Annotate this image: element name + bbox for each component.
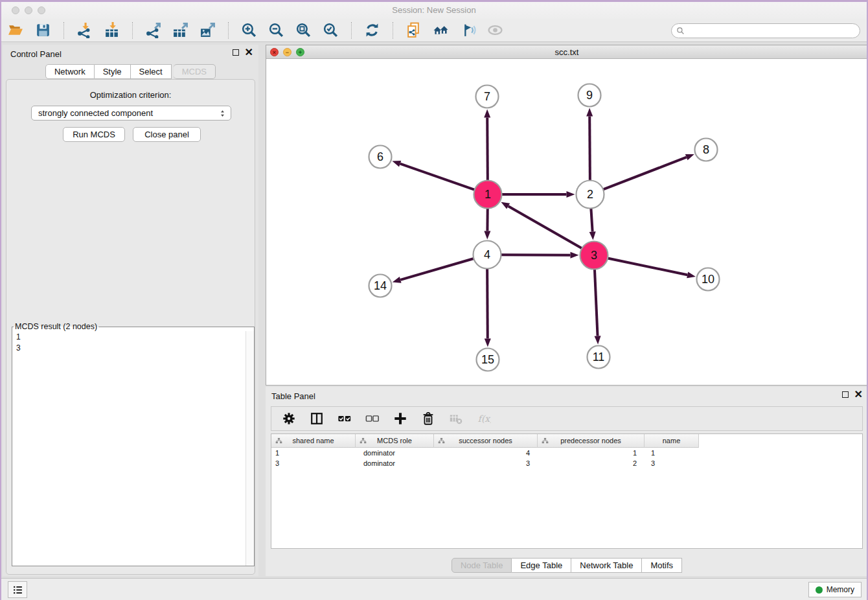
import-table-icon[interactable]	[102, 21, 121, 40]
tab-network-table[interactable]: Network Table	[571, 558, 642, 573]
column-header-shared-name[interactable]: shared name	[271, 434, 356, 448]
arrowhead-2-9	[586, 108, 593, 116]
cell[interactable]: 2	[538, 458, 645, 468]
zoom-out-icon[interactable]	[267, 21, 286, 40]
edge-3-11[interactable]	[595, 269, 598, 336]
edge-3-10[interactable]	[608, 258, 687, 275]
mcds-result-legend: MCDS result (2 nodes)	[14, 322, 98, 331]
arrowhead-3-10	[687, 271, 696, 278]
edge-1-7[interactable]	[487, 117, 488, 180]
zoom-selected-icon[interactable]	[321, 21, 340, 40]
node-label-9: 9	[586, 89, 593, 102]
trash-icon[interactable]	[418, 410, 437, 428]
table-toolbar	[271, 406, 863, 431]
cell[interactable]: dominator	[356, 458, 434, 468]
houses-icon[interactable]	[431, 21, 450, 40]
eye-icon	[486, 21, 505, 40]
table-row[interactable]: 3dominator323	[271, 458, 862, 468]
refresh-icon[interactable]	[363, 21, 382, 40]
tree-icon	[438, 437, 445, 444]
export-image-icon[interactable]	[198, 21, 217, 40]
cell[interactable]: 3	[271, 458, 356, 468]
edge-2-8[interactable]	[603, 157, 687, 190]
zoom-fit-icon[interactable]	[294, 21, 313, 40]
table-panel: Table Panel ✕ shared nameMCDS rolesucces…	[266, 387, 868, 576]
memory-status-dot	[816, 586, 823, 594]
search-input[interactable]	[685, 25, 860, 37]
column-header-predecessor-nodes[interactable]: predecessor nodes	[538, 434, 645, 448]
cell[interactable]: 1	[538, 448, 645, 458]
node-label-4: 4	[484, 248, 490, 261]
cell[interactable]: 4	[434, 448, 538, 458]
table-panel-title: Table Panel	[271, 391, 315, 401]
arrowhead-3-1	[501, 202, 510, 209]
cell[interactable]: 3	[434, 458, 538, 468]
column-header-MCDS-role[interactable]: MCDS role	[356, 434, 434, 448]
tab-mcds[interactable]: MCDS	[174, 64, 216, 79]
plus-icon[interactable]	[391, 410, 409, 428]
criterion-select[interactable]: strongly connected component	[31, 106, 231, 121]
export-table-icon[interactable]	[171, 21, 190, 40]
checked-boxes-icon[interactable]	[335, 410, 354, 428]
close-panel-button[interactable]: Close panel	[133, 127, 201, 142]
arrowhead-3-11	[595, 336, 601, 344]
zoom-in-icon[interactable]	[240, 21, 258, 40]
task-history-button[interactable]	[8, 581, 27, 598]
column-header-name[interactable]: name	[645, 434, 699, 448]
tab-network[interactable]: Network	[45, 64, 95, 79]
search-box	[671, 23, 860, 38]
gear-icon[interactable]	[279, 410, 298, 428]
node-label-7: 7	[484, 90, 490, 103]
network-canvas[interactable]: 7968124314101511	[266, 59, 867, 385]
edge-4-15[interactable]	[487, 268, 488, 338]
node-label-2: 2	[587, 188, 593, 201]
criterion-value: strongly connected component	[38, 108, 153, 118]
flag-icon[interactable]	[459, 21, 477, 40]
tab-node-table[interactable]: Node Table	[451, 558, 512, 573]
column-header-successor-nodes[interactable]: successor nodes	[434, 434, 538, 448]
float-panel-icon[interactable]	[233, 49, 239, 56]
control-panel-tabs: NetworkStyleSelectMCDS	[3, 64, 258, 79]
float-table-panel-icon[interactable]	[842, 391, 849, 398]
toolbar-separator	[132, 22, 133, 39]
edge-2-3[interactable]	[591, 208, 592, 231]
table-header-row: shared nameMCDS rolesuccessor nodesprede…	[271, 434, 862, 448]
result-scrollbar[interactable]	[246, 331, 254, 566]
table-row[interactable]: 1dominator411	[271, 448, 862, 458]
run-mcds-button[interactable]: Run MCDS	[63, 127, 125, 142]
window-title: Session: New Session	[1, 5, 867, 15]
tab-style[interactable]: Style	[95, 64, 131, 79]
edge-3-1[interactable]	[508, 206, 582, 248]
edge-4-3[interactable]	[501, 255, 570, 255]
close-table-panel-icon[interactable]: ✕	[854, 391, 863, 398]
cell[interactable]: 3	[645, 458, 699, 468]
cell[interactable]: 1	[271, 448, 356, 458]
folder-open-icon[interactable]	[6, 21, 25, 40]
cell[interactable]: dominator	[356, 448, 434, 458]
arrowhead-1-6	[392, 161, 401, 167]
tab-edge-table[interactable]: Edge Table	[512, 558, 571, 573]
import-network-icon[interactable]	[75, 21, 94, 40]
edge-4-14[interactable]	[400, 259, 474, 280]
tab-select[interactable]: Select	[131, 64, 172, 79]
copy-network-icon[interactable]	[404, 21, 423, 40]
node-label-8: 8	[703, 143, 709, 156]
unchecked-boxes-icon[interactable]	[363, 410, 382, 428]
memory-button[interactable]: Memory	[808, 582, 862, 597]
edge-1-6[interactable]	[400, 164, 475, 190]
toolbar-separator	[228, 22, 229, 39]
toolbar-separator	[63, 22, 64, 39]
window-titlebar: Session: New Session	[1, 2, 867, 19]
edge-2-9[interactable]	[589, 116, 590, 180]
control-panel: Control Panel ✕ NetworkStyleSelectMCDS O…	[3, 45, 258, 576]
node-label-10: 10	[702, 273, 714, 286]
arrowhead-4-14	[393, 277, 402, 283]
save-icon[interactable]	[34, 21, 52, 40]
export-network-icon[interactable]	[144, 21, 163, 40]
cell[interactable]: 1	[645, 448, 699, 458]
tab-motifs[interactable]: Motifs	[642, 558, 682, 573]
search-icon	[676, 27, 685, 35]
network-window-titlebar: × − + scc.txt	[266, 45, 867, 59]
close-panel-icon[interactable]: ✕	[245, 49, 253, 56]
split-columns-icon[interactable]	[307, 410, 326, 428]
